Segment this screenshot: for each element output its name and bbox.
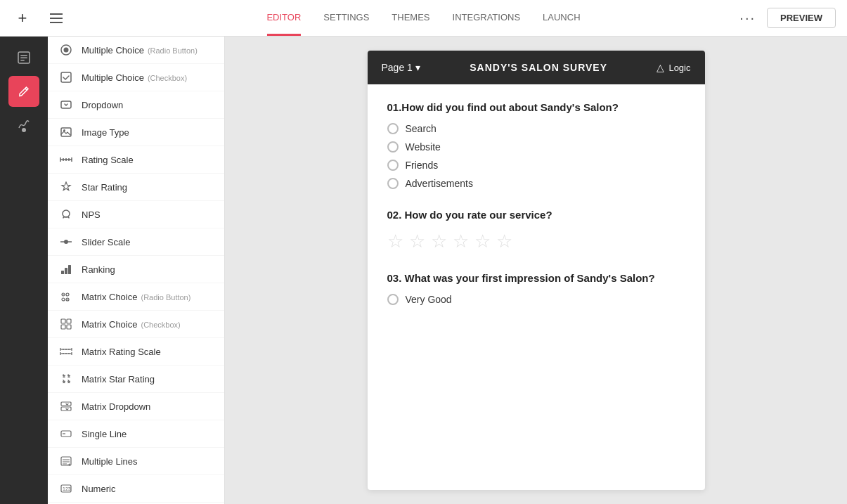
sidebar-item-label: Multiple Lines bbox=[82, 456, 138, 467]
nav-right: ··· PREVIEW bbox=[739, 8, 836, 28]
page-selector[interactable]: Page 1 ▾ bbox=[382, 62, 420, 73]
svg-rect-33 bbox=[61, 319, 65, 323]
survey-body: 01.How did you find out about Sandy's Sa… bbox=[368, 84, 705, 342]
svg-point-23 bbox=[64, 240, 68, 244]
add-button[interactable]: + bbox=[11, 7, 34, 30]
option-very-good[interactable]: Very Good bbox=[387, 294, 685, 305]
icon-bar-editor[interactable] bbox=[8, 76, 39, 107]
icon-bar-analytics[interactable] bbox=[8, 110, 39, 141]
numeric-icon: 123 bbox=[59, 482, 73, 496]
star-rating-row[interactable]: ☆ ☆ ☆ ☆ ☆ ☆ bbox=[387, 231, 685, 252]
sidebar-item-label: Matrix Star Rating bbox=[82, 374, 155, 385]
ranking-icon bbox=[59, 262, 73, 276]
svg-rect-4 bbox=[20, 55, 27, 56]
preview-button[interactable]: PREVIEW bbox=[767, 8, 836, 28]
main-content: Page 1 ▾ SANDY'S SALON SURVEY △ Logic 01… bbox=[225, 37, 847, 504]
svg-rect-35 bbox=[61, 325, 65, 329]
sidebar-item-numeric[interactable]: 123 Numeric bbox=[48, 475, 224, 503]
sidebar-item-matrix-dropdown[interactable]: Matrix Dropdown bbox=[48, 393, 224, 420]
svg-rect-2 bbox=[50, 22, 63, 23]
radio-icon bbox=[59, 43, 73, 57]
option-friends[interactable]: Friends bbox=[387, 160, 685, 171]
logic-button[interactable]: △ Logic bbox=[657, 62, 690, 73]
star-icon bbox=[59, 180, 73, 194]
tab-editor[interactable]: EDITOR bbox=[266, 1, 301, 36]
sidebar-item-single-line[interactable]: Single Line bbox=[48, 420, 224, 448]
tab-launch[interactable]: LAUNCH bbox=[543, 1, 580, 36]
option-search[interactable]: Search bbox=[387, 123, 685, 134]
matrix-radio-icon bbox=[59, 290, 73, 304]
sidebar-item-dropdown[interactable]: Dropdown bbox=[48, 91, 224, 119]
sidebar-item-ranking[interactable]: Ranking bbox=[48, 256, 224, 283]
single-line-icon bbox=[59, 427, 73, 441]
svg-line-7 bbox=[25, 89, 27, 91]
sidebar-item-label: Multiple Choice (Checkbox) bbox=[82, 72, 187, 83]
svg-rect-24 bbox=[61, 271, 64, 274]
slider-icon bbox=[59, 235, 73, 249]
svg-point-8 bbox=[22, 128, 26, 132]
main-layout: Multiple Choice (Radio Button) Multiple … bbox=[0, 37, 847, 504]
svg-point-32 bbox=[67, 299, 68, 300]
star-5[interactable]: ☆ bbox=[474, 231, 491, 252]
question-1-text: 01.How did you find out about Sandy's Sa… bbox=[387, 101, 685, 113]
sidebar-item-image-type[interactable]: Image Type bbox=[48, 119, 224, 146]
star-4[interactable]: ☆ bbox=[453, 231, 469, 252]
sidebar-item-label: Dropdown bbox=[82, 100, 123, 110]
matrix-star-icon bbox=[59, 372, 73, 386]
multiple-lines-icon bbox=[59, 454, 73, 468]
sidebar-item-label: Image Type bbox=[82, 127, 129, 138]
survey-header: Page 1 ▾ SANDY'S SALON SURVEY △ Logic bbox=[368, 51, 705, 84]
survey-card: Page 1 ▾ SANDY'S SALON SURVEY △ Logic 01… bbox=[368, 51, 705, 490]
star-3[interactable]: ☆ bbox=[431, 231, 447, 252]
svg-rect-26 bbox=[68, 265, 71, 274]
svg-rect-11 bbox=[61, 72, 71, 82]
sidebar-item-matrix-star-rating[interactable]: Matrix Star Rating bbox=[48, 366, 224, 393]
sidebar-item-multiple-lines[interactable]: Multiple Lines bbox=[48, 448, 224, 475]
svg-point-14 bbox=[63, 129, 65, 131]
tab-integrations[interactable]: INTEGRATIONS bbox=[453, 1, 521, 36]
svg-text:123: 123 bbox=[63, 486, 71, 491]
logic-icon: △ bbox=[657, 62, 664, 73]
sidebar-item-slider-scale[interactable]: Slider Scale bbox=[48, 228, 224, 256]
sidebar-item-label: Slider Scale bbox=[82, 237, 130, 247]
nav-tabs: EDITOR SETTINGS THEMES INTEGRATIONS LAUN… bbox=[266, 1, 580, 36]
more-options-button[interactable]: ··· bbox=[739, 10, 756, 26]
survey-title: SANDY'S SALON SURVEY bbox=[470, 62, 607, 73]
sidebar-item-rating-scale[interactable]: Rating Scale bbox=[48, 146, 224, 174]
menu-button[interactable] bbox=[45, 7, 67, 30]
svg-rect-36 bbox=[67, 325, 71, 329]
sidebar-item-matrix-choice-radio[interactable]: Matrix Choice (Radio Button) bbox=[48, 283, 224, 311]
sidebar-item-multiple-choice-radio[interactable]: Multiple Choice (Radio Button) bbox=[48, 37, 224, 64]
tab-themes[interactable]: THEMES bbox=[392, 1, 429, 36]
matrix-dropdown-icon bbox=[59, 399, 73, 413]
image-icon bbox=[59, 125, 73, 139]
sidebar-item-label: Matrix Rating Scale bbox=[82, 347, 161, 357]
sidebar-item-multiple-choice-checkbox[interactable]: Multiple Choice (Checkbox) bbox=[48, 64, 224, 91]
top-nav: + EDITOR SETTINGS THEMES INTEGRATIONS LA… bbox=[0, 0, 847, 37]
matrix-rating-icon bbox=[59, 344, 73, 358]
star-2[interactable]: ☆ bbox=[409, 231, 425, 252]
sidebar-item-nps[interactable]: NPS bbox=[48, 201, 224, 228]
svg-point-30 bbox=[62, 298, 65, 301]
icon-bar-forms[interactable] bbox=[8, 42, 39, 73]
checkbox-icon bbox=[59, 70, 73, 84]
option-advertisements[interactable]: Advertisements bbox=[387, 178, 685, 189]
sidebar: Multiple Choice (Radio Button) Multiple … bbox=[48, 37, 225, 504]
sidebar-item-matrix-choice-checkbox[interactable]: Matrix Choice (Checkbox) bbox=[48, 311, 224, 338]
star-1[interactable]: ☆ bbox=[387, 231, 403, 252]
sidebar-item-matrix-rating-scale[interactable]: Matrix Rating Scale bbox=[48, 338, 224, 366]
star-6[interactable]: ☆ bbox=[496, 231, 512, 252]
radio-circle bbox=[387, 141, 399, 153]
question-3-text: 03. What was your first impression of Sa… bbox=[387, 272, 685, 284]
svg-rect-6 bbox=[20, 60, 25, 61]
tab-settings[interactable]: SETTINGS bbox=[323, 1, 369, 36]
svg-point-21 bbox=[63, 210, 70, 217]
sidebar-item-star-rating[interactable]: Star Rating bbox=[48, 174, 224, 201]
svg-point-28 bbox=[63, 294, 64, 295]
sidebar-item-label: Rating Scale bbox=[82, 155, 134, 165]
sidebar-item-label: Numeric bbox=[82, 484, 115, 494]
radio-circle bbox=[387, 178, 399, 189]
sidebar-item-label: Multiple Choice (Radio Button) bbox=[82, 45, 198, 56]
radio-circle bbox=[387, 123, 399, 134]
option-website[interactable]: Website bbox=[387, 141, 685, 153]
